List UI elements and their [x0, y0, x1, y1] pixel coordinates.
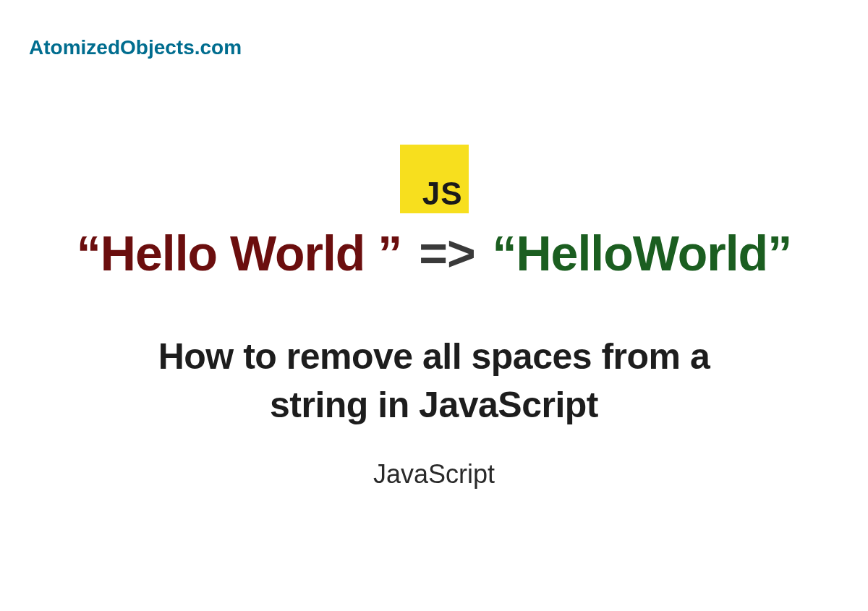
arrow-operator: =>: [419, 226, 475, 281]
article-title: How to remove all spaces from a string i…: [109, 333, 760, 430]
article-card: JS “Hello World ” => “HelloWorld” How to…: [0, 145, 868, 490]
code-transformation: “Hello World ” => “HelloWorld”: [0, 226, 868, 281]
javascript-icon-label: JS: [422, 176, 463, 212]
string-before: “Hello World ”: [77, 226, 401, 281]
site-name: AtomizedObjects.com: [29, 36, 242, 59]
article-category: JavaScript: [0, 459, 868, 490]
string-after: “HelloWorld”: [493, 226, 792, 281]
javascript-icon: JS: [400, 145, 469, 213]
